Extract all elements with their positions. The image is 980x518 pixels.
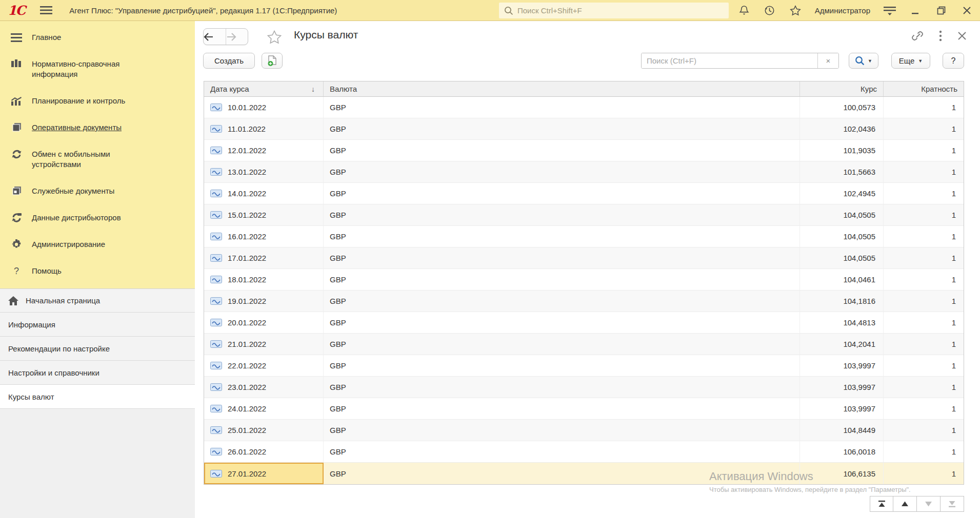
table-search-input[interactable] — [642, 53, 817, 68]
open-window-label: Информация — [8, 320, 55, 329]
cell-currency: GBP — [324, 398, 800, 419]
open-window-item[interactable]: Информация — [0, 313, 195, 337]
go-last-button[interactable] — [941, 496, 964, 512]
rates-table: Дата курса ↓ Валюта Курс Кратность 10.01… — [204, 81, 964, 485]
global-search-input[interactable]: Поиск Ctrl+Shift+F — [499, 3, 729, 18]
table-row[interactable]: 22.01.2022GBP103,99971 — [204, 355, 964, 377]
back-button[interactable] — [204, 29, 226, 45]
cell-currency: GBP — [324, 97, 800, 118]
notifications-bell-icon[interactable] — [738, 5, 750, 17]
search-settings-button[interactable]: ▼ — [849, 53, 878, 69]
1c-logo-icon: 1С — [8, 3, 25, 18]
cell-currency: GBP — [324, 420, 800, 441]
sidebar-item-help[interactable]: ?Помощь — [0, 258, 195, 284]
service-menu-icon[interactable] — [884, 5, 896, 17]
cell-date: 18.01.2022 — [204, 269, 324, 290]
sidebar-item-docs[interactable]: Оперативные документы — [0, 114, 195, 141]
cell-rate: 101,9035 — [800, 140, 884, 161]
docs-icon — [9, 122, 24, 133]
rate-record-icon — [210, 448, 222, 455]
date-value: 17.01.2022 — [228, 254, 266, 262]
table-row[interactable]: 26.01.2022GBP106,00181 — [204, 441, 964, 463]
restore-window-icon[interactable] — [935, 5, 947, 17]
column-header-rate[interactable]: Курс — [800, 81, 884, 96]
get-link-icon[interactable] — [911, 30, 924, 42]
date-value: 20.01.2022 — [228, 318, 266, 327]
rate-record-icon — [210, 147, 222, 154]
open-window-item[interactable]: Настройки и справочники — [0, 361, 195, 385]
column-header-ratio[interactable]: Кратность — [884, 81, 964, 96]
close-form-icon[interactable] — [957, 31, 967, 40]
sidebar-item-chart[interactable]: Планирование и контроль — [0, 88, 195, 114]
cell-ratio: 1 — [884, 226, 964, 247]
cell-date: 22.01.2022 — [204, 355, 324, 376]
open-window-item[interactable]: Рекомендации по настройке — [0, 337, 195, 361]
table-row[interactable]: 18.01.2022GBP104,04611 — [204, 269, 964, 291]
sidebar-item-menu[interactable]: Главное — [0, 24, 195, 51]
go-first-button[interactable] — [870, 496, 893, 512]
table-row[interactable]: 10.01.2022GBP100,05731 — [204, 97, 964, 118]
cell-currency: GBP — [324, 161, 800, 182]
cell-rate: 103,9997 — [800, 355, 884, 376]
table-row[interactable]: 14.01.2022GBP102,49451 — [204, 183, 964, 204]
open-window-item[interactable]: Начальная страница — [0, 288, 195, 313]
favorites-star-icon[interactable] — [789, 5, 802, 17]
table-row[interactable]: 15.01.2022GBP104,05051 — [204, 204, 964, 226]
table-row[interactable]: 24.01.2022GBP103,99971 — [204, 398, 964, 420]
cell-rate: 103,9997 — [800, 377, 884, 398]
minimize-icon[interactable] — [909, 5, 922, 17]
table-row[interactable]: 16.01.2022GBP104,05051 — [204, 226, 964, 247]
table-row[interactable]: 12.01.2022GBP101,90351 — [204, 140, 964, 161]
form-toolbar: Создать × ▼ Еще ▼ ? — [195, 53, 980, 76]
column-header-currency[interactable]: Валюта — [324, 81, 800, 96]
column-label: Дата курса — [210, 85, 249, 93]
sidebar-item-gear[interactable]: Администрирование — [0, 231, 195, 258]
close-window-icon[interactable] — [961, 5, 973, 17]
table-row[interactable]: 17.01.2022GBP104,05051 — [204, 247, 964, 269]
go-next-button[interactable] — [917, 496, 941, 512]
main-menu-icon[interactable] — [40, 4, 52, 16]
forward-button[interactable] — [226, 29, 248, 45]
column-label: Курс — [861, 85, 877, 93]
table-row[interactable]: 19.01.2022GBP104,18161 — [204, 291, 964, 312]
table-search-group: × — [641, 53, 839, 69]
sidebar-item-distrib[interactable]: Данные дистрибьюторов — [0, 204, 195, 231]
table-row[interactable]: 11.01.2022GBP102,04361 — [204, 118, 964, 140]
date-value: 24.01.2022 — [228, 404, 266, 413]
kebab-menu-icon[interactable] — [939, 30, 942, 42]
table-row[interactable]: 25.01.2022GBP104,84491 — [204, 420, 964, 441]
open-window-item[interactable]: Курсы валют — [0, 385, 195, 409]
table-row[interactable]: 13.01.2022GBP101,56631 — [204, 161, 964, 183]
more-button[interactable]: Еще ▼ — [891, 53, 930, 69]
chart-icon — [9, 96, 24, 106]
sidebar-item-grid[interactable]: Нормативно-справочная информация — [0, 51, 195, 88]
cell-date: 14.01.2022 — [204, 183, 324, 204]
date-value: 13.01.2022 — [228, 168, 266, 176]
table-row[interactable]: 21.01.2022GBP104,20411 — [204, 334, 964, 355]
sidebar-sections: ГлавноеНормативно-справочная информацияП… — [0, 21, 195, 288]
current-user-label: Администратор — [815, 6, 870, 15]
table-row[interactable]: 27.01.2022GBP106,61351 — [204, 463, 964, 484]
rate-record-icon — [210, 297, 222, 305]
date-value: 18.01.2022 — [228, 275, 266, 284]
column-header-date[interactable]: Дата курса ↓ — [204, 81, 324, 96]
clear-search-button[interactable]: × — [817, 53, 838, 68]
date-value: 22.01.2022 — [228, 361, 266, 370]
table-row[interactable]: 20.01.2022GBP104,48131 — [204, 312, 964, 334]
sidebar-item-label: Данные дистрибьюторов — [32, 213, 121, 223]
table-row[interactable]: 23.01.2022GBP103,99971 — [204, 377, 964, 398]
date-value: 23.01.2022 — [228, 383, 266, 391]
cell-date: 24.01.2022 — [204, 398, 324, 419]
history-icon[interactable] — [764, 5, 776, 17]
cell-rate: 104,0505 — [800, 226, 884, 247]
create-button[interactable]: Создать — [203, 53, 255, 69]
go-prev-button[interactable] — [893, 496, 917, 512]
help-button[interactable]: ? — [943, 53, 964, 69]
sidebar-item-label: Планирование и контроль — [32, 96, 125, 106]
sidebar-item-sync[interactable]: Обмен с мобильными устройствами — [0, 141, 195, 178]
add-favorite-star-icon[interactable] — [267, 30, 282, 45]
form-header: Курсы валют — [195, 21, 980, 53]
create-by-copy-button[interactable] — [262, 53, 283, 69]
sidebar-item-docs2[interactable]: Служебные документы — [0, 178, 195, 204]
cell-rate: 104,0505 — [800, 204, 884, 225]
